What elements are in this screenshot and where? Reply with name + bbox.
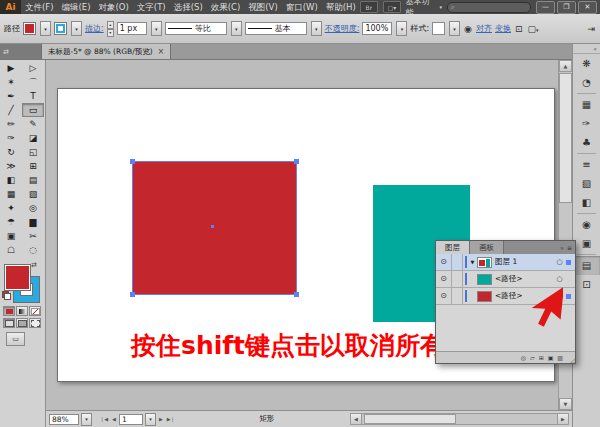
panel-resize-grip[interactable]: ◿: [570, 357, 575, 363]
gradient-panel-icon[interactable]: ▧: [573, 174, 600, 193]
fill-color-swatch[interactable]: [23, 22, 36, 35]
stroke-weight-link[interactable]: 描边:: [85, 23, 104, 34]
gradient-tool[interactable]: ▧: [22, 187, 44, 201]
draw-behind-button[interactable]: [16, 318, 28, 328]
menu-item-type[interactable]: 文字(T): [133, 0, 170, 14]
clipping-mask-icon[interactable]: ▱: [530, 354, 535, 361]
artboards-panel-icon[interactable]: ⊡: [573, 275, 600, 294]
opacity-link[interactable]: 不透明度:: [325, 23, 360, 34]
selection-tool[interactable]: ▶: [0, 61, 22, 75]
stroke-weight-stepper[interactable]: ▴ ▾: [107, 21, 114, 37]
layers-panel-icon[interactable]: ▤: [573, 256, 600, 275]
dock-expand-icon[interactable]: «: [573, 44, 600, 54]
stepper-down-icon[interactable]: ▾: [107, 29, 114, 37]
stroke-weight-caret-icon[interactable]: ▾: [151, 21, 162, 36]
menu-item-object[interactable]: 对象(O): [95, 0, 133, 14]
lock-cell[interactable]: [452, 254, 463, 270]
path-name[interactable]: <路径>: [495, 274, 553, 284]
align-link[interactable]: 对齐: [476, 23, 492, 34]
tab-artboards[interactable]: 画板: [470, 241, 504, 254]
lasso-tool[interactable]: ⌒: [22, 75, 44, 89]
artboard-caret-icon[interactable]: ▾: [145, 413, 156, 426]
stepper-up-icon[interactable]: ▴: [107, 21, 114, 29]
width-profile-dropdown[interactable]: 等比: [165, 22, 227, 35]
direct-selection-tool[interactable]: ▷: [22, 61, 44, 75]
stroke-color-swatch[interactable]: [54, 22, 67, 35]
opacity-field[interactable]: 100%: [362, 22, 392, 35]
document-tab[interactable]: 未标题-5* @ 88% (RGB/预览) ×: [41, 44, 171, 59]
opacity-caret-icon[interactable]: ▾: [396, 21, 407, 36]
stroke-panel-icon[interactable]: ≡: [573, 155, 600, 174]
symbols-panel-icon[interactable]: ♣: [573, 133, 600, 152]
zoom-level-field[interactable]: 88%: [49, 414, 79, 425]
search-box[interactable]: ⌕: [447, 2, 531, 13]
color-panel-icon[interactable]: ❋: [573, 54, 600, 73]
first-artboard-icon[interactable]: ❘◀: [99, 416, 109, 422]
free-transform-tool[interactable]: ⊞: [22, 159, 44, 173]
menu-item-effect[interactable]: 效果(C): [207, 0, 245, 14]
hand-tool[interactable]: ☖: [0, 243, 22, 257]
shape-builder-tool[interactable]: ◧: [0, 173, 22, 187]
graphic-styles-panel-icon[interactable]: ▣: [573, 234, 600, 253]
arrange-documents-icon[interactable]: ▢▾: [383, 1, 401, 13]
panel-dock-toggle-icon[interactable]: ⇄: [0, 44, 41, 59]
blob-brush-tool[interactable]: ✑: [0, 131, 22, 145]
appearance-panel-icon[interactable]: ◉: [573, 215, 600, 234]
new-sublayer-icon[interactable]: ⊞: [539, 354, 544, 361]
brushes-panel-icon[interactable]: ✑: [573, 114, 600, 133]
style-field[interactable]: [432, 22, 445, 35]
width-tool[interactable]: ≫: [0, 159, 22, 173]
fill-caret-icon[interactable]: ▾: [40, 21, 51, 36]
perspective-grid-tool[interactable]: ▤: [22, 173, 44, 187]
new-layer-icon[interactable]: ▣: [548, 354, 554, 361]
artboard-number-field[interactable]: 1: [119, 414, 143, 425]
brush-definition-dropdown[interactable]: 基本: [245, 22, 307, 35]
draw-normal-button[interactable]: [3, 318, 15, 328]
profile-caret-icon[interactable]: ▾: [231, 21, 242, 36]
transparency-panel-icon[interactable]: ◧: [573, 193, 600, 212]
visibility-eye-icon[interactable]: ⊙: [436, 288, 452, 304]
layer-name[interactable]: 图层 1: [495, 257, 553, 267]
transform-link[interactable]: 变换: [495, 23, 511, 34]
select-similar-icon[interactable]: ▢▾: [527, 24, 540, 34]
menu-item-window[interactable]: 窗口(W): [282, 0, 322, 14]
disclosure-triangle-icon[interactable]: ▼: [468, 259, 477, 265]
screen-mode-button[interactable]: ▭: [6, 332, 25, 346]
menu-item-view[interactable]: 视图(V): [244, 0, 281, 14]
selection-indicator[interactable]: [566, 260, 575, 265]
style-caret-icon[interactable]: ▾: [449, 21, 460, 36]
close-button[interactable]: ✕: [578, 1, 597, 14]
swap-fill-stroke-icon[interactable]: ⇄: [31, 261, 37, 269]
stroke-caret-icon[interactable]: ▾: [71, 21, 82, 36]
next-artboard-icon[interactable]: ▶: [158, 416, 164, 422]
mesh-tool[interactable]: ▦: [0, 187, 22, 201]
pencil-tool[interactable]: ✎: [22, 117, 44, 131]
locate-object-icon[interactable]: ◎: [521, 354, 526, 361]
magic-wand-tool[interactable]: ✶: [0, 75, 22, 89]
rectangle-tool[interactable]: ▭: [22, 103, 44, 117]
swatches-panel-icon[interactable]: ▦: [573, 95, 600, 114]
target-circle-icon[interactable]: ○: [553, 275, 566, 283]
workspace-switcher[interactable]: 基本功能▾: [406, 0, 442, 18]
minimize-button[interactable]: —: [536, 1, 555, 14]
visibility-eye-icon[interactable]: ⊙: [436, 271, 452, 287]
type-tool[interactable]: T: [22, 89, 44, 103]
line-segment-tool[interactable]: ╱: [0, 103, 22, 117]
menu-item-file[interactable]: 文件(F): [21, 0, 58, 14]
horizontal-scrollbar[interactable]: ◀ ▶: [350, 413, 569, 425]
control-panel-menu-icon[interactable]: ⇥: [586, 24, 596, 34]
rotate-tool[interactable]: ↻: [0, 145, 22, 159]
stroke-weight-field[interactable]: 1 px: [117, 22, 147, 35]
restore-button[interactable]: ❐: [557, 1, 576, 14]
brush-caret-icon[interactable]: ▾: [311, 21, 322, 36]
lock-cell[interactable]: [452, 271, 463, 287]
gradient-mode-button[interactable]: [16, 306, 28, 316]
isolate-object-icon[interactable]: ⊡: [514, 24, 524, 34]
menu-item-select[interactable]: 选择(S): [170, 0, 207, 14]
artboard-tool[interactable]: ▣: [0, 229, 22, 243]
target-circle-icon[interactable]: ○: [553, 258, 566, 266]
menu-item-help[interactable]: 帮助(H): [322, 0, 360, 14]
search-input[interactable]: [457, 3, 527, 11]
recolor-artwork-icon[interactable]: ◉: [463, 24, 473, 34]
panel-menu-icon[interactable]: ≡: [567, 244, 572, 251]
